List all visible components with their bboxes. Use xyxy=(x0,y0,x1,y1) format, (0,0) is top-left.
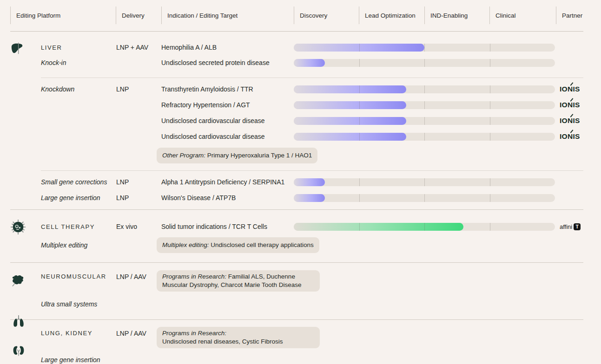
platform-subtype: Large gene insertion xyxy=(41,194,116,202)
platform-title: LUNG, KIDNEY xyxy=(41,327,116,338)
progress-bar-atp7b xyxy=(294,194,555,202)
table-row-multiplex-note: Multiplex editing Multiplex editing: Und… xyxy=(10,237,583,253)
indication-label: Undisclosed cardiovascular disease xyxy=(161,117,294,124)
affini-t-badge-icon: T xyxy=(574,223,581,230)
ionis-logo: IONIS xyxy=(560,117,580,125)
note-text: Primary Hyperoxaluria Type 1 / HAO1 xyxy=(205,152,312,159)
table-row-atp7b: Large gene insertion LNP Wilson's Diseas… xyxy=(10,190,583,206)
section-divider xyxy=(10,209,583,210)
platform-subtype: Knockdown xyxy=(41,85,116,93)
table-row-cardiovascular-2: Undisclosed cardiovascular disease IONIS xyxy=(10,129,583,144)
subsection-divider xyxy=(41,170,583,171)
table-header: Editing Platform Delivery Indication / E… xyxy=(10,0,583,32)
progress-bar-agt xyxy=(294,101,555,109)
col-label: Delivery xyxy=(122,12,145,19)
table-row-other-program: Other Program: Primary Hyperoxaluria Typ… xyxy=(10,148,583,163)
section-liver: LIVER LNP + AAV Hemophilia A / ALB Knock… xyxy=(10,39,583,206)
pipeline-page: Editing Platform Delivery Indication / E… xyxy=(0,0,601,364)
progress-bar-serpina1 xyxy=(294,178,555,186)
table-row-lung-kidney: LUNG, KIDNEY LNP / AAV Programs in Resea… xyxy=(10,327,583,348)
table-row-ultra-small-systems: Ultra small systems xyxy=(10,296,583,312)
col-label: Editing Platform xyxy=(16,12,60,19)
progress-bar-cardiovascular-2 xyxy=(294,133,555,141)
ionis-logo: IONIS xyxy=(560,85,580,93)
ionis-logo: IONIS xyxy=(560,101,580,109)
delivery-value: LNP / AAV xyxy=(116,270,161,281)
col-header-partner: Partner xyxy=(556,6,583,24)
platform-title: NEUROMUSCULAR xyxy=(41,270,116,281)
delivery-value: LNP xyxy=(116,85,161,93)
subsection-divider xyxy=(41,78,583,78)
section-divider xyxy=(10,319,583,320)
platform-subtype: Knock-in xyxy=(41,59,116,66)
col-header-indication: Indication / Editing Target xyxy=(161,6,294,24)
progress-bar-cardiovascular-1 xyxy=(294,117,555,125)
platform-subtype: Large gene insertion xyxy=(41,356,116,364)
kidneys-icon xyxy=(12,344,25,358)
note-text: Undisclosed renal diseases, Cystic Fibro… xyxy=(162,338,314,346)
table-row-agt: Refractory Hypertension / AGT IONIS xyxy=(10,97,583,113)
col-header-delivery: Delivery xyxy=(116,6,161,24)
note-text: Undisclosed cell therapy applications xyxy=(209,241,314,248)
table-row-neuromuscular: NEUROMUSCULAR LNP / AAV Programs in Rese… xyxy=(10,270,583,292)
affini-t-logo-text: affini xyxy=(560,223,572,230)
note-prefix: Programs in Research: xyxy=(162,329,314,338)
programs-in-research-note: Programs in Research: Undisclosed renal … xyxy=(157,327,320,348)
section-neuromuscular: NEUROMUSCULAR LNP / AAV Programs in Rese… xyxy=(10,270,583,312)
delivery-value: LNP xyxy=(116,178,161,186)
delivery-value: LNP + AAV xyxy=(116,44,161,51)
table-row-tcr-t-cells: CELL THERAPY Ex vivo Solid tumor indicat… xyxy=(10,218,583,234)
progress-bar-ttr xyxy=(294,85,555,93)
indication-label: Undisclosed cardiovascular disease xyxy=(161,133,294,140)
indication-label: Alpha 1 Antitrypsin Deficiency / SERPINA… xyxy=(161,178,294,186)
brain-icon xyxy=(10,274,25,288)
platform-subtype: Ultra small systems xyxy=(41,300,116,308)
platform-subtype: Multiplex editing xyxy=(41,241,116,249)
platform-title: LIVER xyxy=(41,44,116,51)
table-row-hemophilia: LIVER LNP + AAV Hemophilia A / ALB xyxy=(10,39,583,55)
col-label: Indication / Editing Target xyxy=(167,12,238,19)
ionis-logo: IONIS xyxy=(560,132,580,141)
delivery-value: Ex vivo xyxy=(116,223,161,230)
programs-in-research-note: Programs in Research: Familial ALS, Duch… xyxy=(157,270,320,292)
col-label: Clinical xyxy=(495,12,516,19)
indication-label: Undisclosed secreted protein disease xyxy=(161,59,294,66)
col-label: Partner xyxy=(562,12,582,19)
table-row-serpina1: Small gene corrections LNP Alpha 1 Antit… xyxy=(10,174,583,190)
note-prefix: Other Program: xyxy=(162,152,205,159)
table-row-secreted-protein: Knock-in Undisclosed secreted protein di… xyxy=(10,55,583,71)
note-prefix: Programs in Research: xyxy=(162,273,226,280)
col-label: Discovery xyxy=(300,12,327,19)
affini-t-logo: affini T xyxy=(560,223,581,230)
table-row-cardiovascular-1: Undisclosed cardiovascular disease IONIS xyxy=(10,113,583,129)
other-program-note: Other Program: Primary Hyperoxaluria Typ… xyxy=(157,148,317,163)
section-cell-therapy: CELL THERAPY Ex vivo Solid tumor indicat… xyxy=(10,218,583,253)
col-header-discovery: Discovery xyxy=(294,6,359,24)
lungs-icon xyxy=(11,315,26,329)
section-lung-kidney: LUNG, KIDNEY LNP / AAV Programs in Resea… xyxy=(10,327,583,364)
progress-bar-hemophilia xyxy=(294,44,555,52)
col-header-clinical: Clinical xyxy=(489,6,556,24)
indication-label: Transthyretin Amyloidosis / TTR xyxy=(161,85,294,93)
delivery-value: LNP / AAV xyxy=(116,327,161,338)
col-label: Lead Optimization xyxy=(365,12,416,19)
indication-label: Refractory Hypertension / AGT xyxy=(161,101,294,109)
platform-subtype: Small gene corrections xyxy=(41,178,116,186)
note-prefix: Multiplex editing: xyxy=(162,241,209,248)
table-row-ttr: Knockdown LNP Transthyretin Amyloidosis … xyxy=(10,81,583,97)
section-divider xyxy=(10,262,583,263)
liver-icon xyxy=(10,41,24,56)
col-header-ind-enabling: IND-Enabling xyxy=(424,6,489,24)
progress-bar-tcr-t-cells xyxy=(294,223,555,231)
delivery-value: LNP xyxy=(116,194,161,202)
platform-title: CELL THERAPY xyxy=(41,223,116,230)
indication-label: Wilson's Disease / ATP7B xyxy=(161,194,294,202)
table-row-large-gene-insertion: Large gene insertion xyxy=(10,352,583,364)
indication-label: Hemophilia A / ALB xyxy=(161,44,294,51)
cell-icon xyxy=(10,219,26,235)
col-label: IND-Enabling xyxy=(430,12,468,19)
progress-bar-secreted-protein xyxy=(294,59,555,67)
col-header-editing-platform: Editing Platform xyxy=(10,6,116,24)
indication-label: Solid tumor indications / TCR T Cells xyxy=(161,223,294,230)
multiplex-editing-note: Multiplex editing: Undisclosed cell ther… xyxy=(157,237,319,253)
